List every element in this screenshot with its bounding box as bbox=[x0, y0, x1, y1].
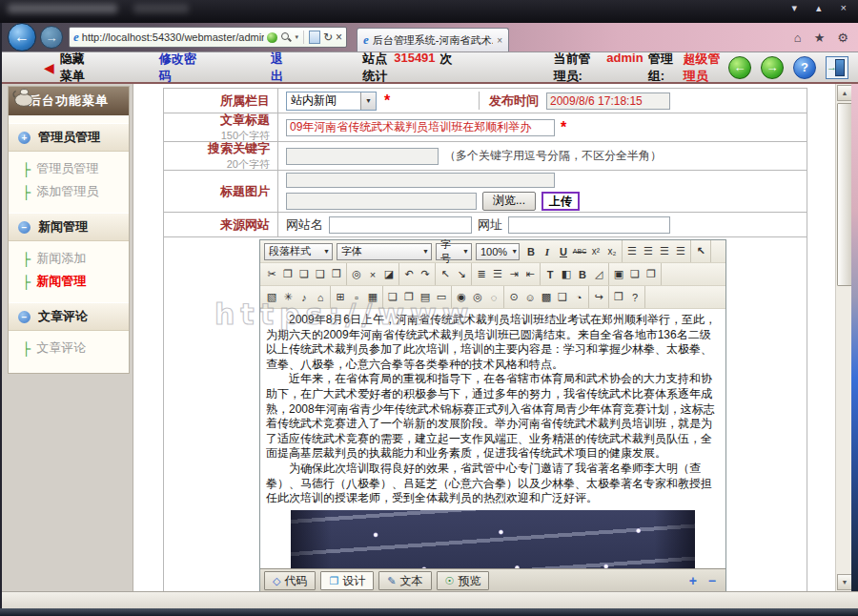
copy-icon[interactable]: ❐ bbox=[280, 266, 296, 283]
delete-icon[interactable]: × bbox=[365, 266, 380, 283]
site-url-input[interactable] bbox=[508, 216, 670, 234]
chart-icon[interactable]: ▩ bbox=[539, 289, 554, 306]
home-icon[interactable]: ⌂ bbox=[794, 31, 802, 45]
logout-link[interactable]: 退出 bbox=[271, 51, 291, 85]
article-title-input[interactable] bbox=[286, 119, 555, 136]
sidebar-section-header[interactable]: − 文章评论 bbox=[9, 302, 129, 331]
insert-image-icon[interactable]: ▧ bbox=[264, 289, 279, 306]
scroll-up-button[interactable]: ▲ bbox=[837, 85, 852, 101]
sidebar-section-header[interactable]: + 管理员管理 bbox=[9, 123, 129, 152]
paragraph-style-select[interactable]: 段落样式 ▼ bbox=[264, 243, 333, 260]
url-text[interactable]: http://localhost:54330/webmaster/admin_m… bbox=[82, 31, 265, 43]
layer-icon[interactable]: ❏ bbox=[627, 266, 643, 283]
toggle-icon[interactable]: + bbox=[18, 132, 31, 144]
sidebar-item[interactable]: ├ 添加管理员 bbox=[9, 180, 129, 203]
keywords-input[interactable] bbox=[286, 148, 439, 165]
external-link-icon[interactable]: ❒ bbox=[611, 289, 626, 306]
upload-button[interactable]: 上传 bbox=[541, 192, 580, 211]
upload-file-icon[interactable]: ⌂ bbox=[313, 289, 328, 306]
browse-button[interactable]: 浏览... bbox=[482, 192, 536, 211]
align-left-button[interactable]: ☰ bbox=[624, 243, 640, 260]
sidebar-item[interactable]: ├ 新闻添加 bbox=[9, 247, 129, 270]
title-image-url-input[interactable] bbox=[286, 173, 555, 188]
compatibility-icon[interactable] bbox=[309, 31, 320, 44]
emoticon-icon[interactable]: ☺ bbox=[522, 289, 538, 306]
address-bar[interactable]: e http://localhost:54330/webmaster/admin… bbox=[69, 27, 347, 48]
insert-table-icon[interactable]: ⊞ bbox=[333, 289, 348, 306]
editor-tab-preview[interactable]: ☉ 预览 bbox=[437, 571, 490, 590]
web-component3-icon[interactable]: ◌ bbox=[486, 289, 501, 306]
nav-forward-button[interactable]: → bbox=[761, 56, 784, 79]
align-right-button[interactable]: ☰ bbox=[657, 243, 672, 260]
font-color-icon[interactable]: T bbox=[542, 266, 558, 283]
eraser-icon[interactable]: ◪ bbox=[381, 266, 397, 283]
toggle-icon[interactable]: − bbox=[18, 221, 31, 234]
editor-tab-code[interactable]: ◇ 代码 bbox=[264, 571, 316, 590]
help-button[interactable]: ? bbox=[793, 56, 816, 79]
redo-icon[interactable]: ↷ bbox=[418, 266, 433, 283]
subscript-button[interactable]: x₂ bbox=[604, 243, 620, 260]
insert-media-icon[interactable]: ♪ bbox=[296, 289, 312, 306]
outdent-icon[interactable]: ⇤ bbox=[522, 266, 538, 283]
maximize-button[interactable]: ▴ bbox=[816, 2, 822, 14]
cursor-tool-button[interactable]: ↖ bbox=[693, 243, 708, 260]
paste-as-text-icon[interactable]: ❑ bbox=[313, 266, 328, 283]
zoom-select[interactable]: 100% ▼ bbox=[476, 243, 520, 260]
help-icon[interactable]: ? bbox=[627, 289, 643, 306]
editor-enlarge-icon[interactable]: + bbox=[689, 573, 697, 588]
outline-frame-icon[interactable]: ▣ bbox=[611, 266, 626, 283]
page-scrollbar[interactable]: ▲ ▼ bbox=[835, 84, 851, 591]
scrollbar-thumb[interactable] bbox=[837, 103, 852, 286]
sidebar-section-header[interactable]: − 新闻管理 bbox=[9, 213, 129, 241]
sidebar-item[interactable]: ├ 新闻管理 bbox=[9, 270, 129, 293]
align-center-button[interactable]: ☰ bbox=[641, 243, 656, 260]
undo-icon[interactable]: ↶ bbox=[401, 266, 417, 283]
find-icon[interactable]: ◎ bbox=[349, 266, 364, 283]
export-icon[interactable]: ↪ bbox=[591, 289, 606, 306]
close-button[interactable]: × bbox=[841, 2, 847, 14]
editor-content[interactable]: 2009年8月6日上午，河南省传统武术裁判员培训班结业考试在郑州顺利举行，至此，… bbox=[260, 309, 725, 568]
insert-flash-icon[interactable]: ✳ bbox=[280, 289, 296, 306]
bold-color-icon[interactable]: B bbox=[575, 266, 590, 283]
table-border-icon[interactable]: ▦ bbox=[365, 289, 380, 306]
select-icon[interactable]: ↖ bbox=[438, 266, 453, 283]
scroll-down-button[interactable]: ▼ bbox=[837, 574, 852, 590]
insert-form-icon[interactable]: ▤ bbox=[418, 289, 433, 306]
editor-tab-text[interactable]: ✎ 文本 bbox=[378, 571, 431, 590]
font-size-select[interactable]: 字号 ▼ bbox=[436, 243, 472, 260]
indent-icon[interactable]: ⇥ bbox=[506, 266, 521, 283]
site-name-input[interactable] bbox=[329, 216, 472, 234]
underline-button[interactable]: U bbox=[556, 243, 571, 260]
sidebar-item[interactable]: ├ 文章评论 bbox=[9, 337, 129, 359]
browser-tab[interactable]: e 后台管理系统-河南省武术... × bbox=[357, 28, 509, 51]
forward-button[interactable]: → bbox=[40, 26, 63, 49]
search-caret-icon[interactable]: ▾ bbox=[295, 33, 298, 41]
tools-gear-icon[interactable]: ⚙ bbox=[837, 31, 848, 45]
bold-button[interactable]: B bbox=[523, 243, 539, 260]
background-color-icon[interactable]: ◿ bbox=[591, 266, 606, 283]
font-family-select[interactable]: 字体 ▼ bbox=[337, 243, 432, 260]
search-icon[interactable] bbox=[280, 31, 292, 43]
superscript-button[interactable]: x² bbox=[588, 243, 603, 260]
anchor-icon[interactable]: ⊙ bbox=[506, 289, 521, 306]
favorites-star-icon[interactable]: ★ bbox=[814, 31, 826, 45]
copy-document-icon[interactable]: ❐ bbox=[401, 289, 417, 306]
editor-shrink-icon[interactable]: − bbox=[708, 573, 716, 588]
insert-time-icon[interactable]: ◔ bbox=[571, 289, 586, 306]
select-all-icon[interactable]: ↘ bbox=[454, 266, 469, 283]
ordered-list-icon[interactable]: ≣ bbox=[474, 266, 489, 283]
sidebar-item[interactable]: ├ 管理员管理 bbox=[9, 157, 129, 180]
change-password-link[interactable]: 修改密码 bbox=[159, 51, 198, 85]
category-select[interactable]: 站内新闻 ▼ bbox=[286, 92, 377, 111]
publish-time-input[interactable] bbox=[546, 92, 670, 110]
web-component2-icon[interactable]: ◎ bbox=[470, 289, 485, 306]
insert-field-icon[interactable]: ▭ bbox=[434, 289, 449, 306]
toggle-icon[interactable]: − bbox=[18, 311, 31, 323]
title-image-file-input[interactable] bbox=[286, 193, 477, 210]
hide-menu-button[interactable]: ◀ 隐藏菜单 bbox=[44, 51, 96, 85]
layers-icon[interactable]: ❐ bbox=[644, 266, 659, 283]
back-button[interactable]: ← bbox=[8, 23, 36, 51]
paste-icon[interactable]: ❏ bbox=[296, 266, 312, 283]
refresh-icon[interactable]: ↻ bbox=[323, 31, 333, 44]
cut-icon[interactable]: ✂ bbox=[264, 266, 279, 283]
